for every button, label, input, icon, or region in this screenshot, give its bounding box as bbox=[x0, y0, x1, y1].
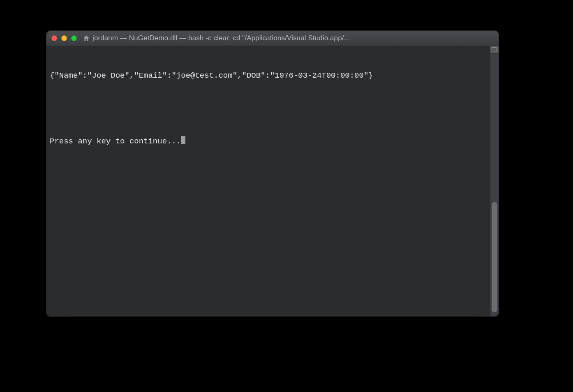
output-line: {"Name":"Joe Doe","Email":"joe@test.com"… bbox=[50, 70, 487, 81]
traffic-lights bbox=[51, 35, 77, 41]
home-icon bbox=[83, 35, 90, 42]
blank-line bbox=[50, 103, 487, 114]
prompt-text: Press any key to continue... bbox=[50, 137, 181, 146]
scrollbar[interactable] bbox=[490, 46, 499, 316]
scroll-corner-icon bbox=[490, 46, 499, 53]
prompt-line: Press any key to continue... bbox=[50, 136, 487, 147]
minimize-icon[interactable] bbox=[61, 35, 67, 41]
window-title: jordanm — NuGetDemo.dll — bash -c clear;… bbox=[92, 34, 494, 42]
terminal-window: jordanm — NuGetDemo.dll — bash -c clear;… bbox=[46, 31, 499, 316]
titlebar[interactable]: jordanm — NuGetDemo.dll — bash -c clear;… bbox=[46, 31, 499, 46]
content-wrap: {"Name":"Joe Doe","Email":"joe@test.com"… bbox=[46, 46, 499, 316]
cursor-icon bbox=[181, 136, 185, 144]
zoom-icon[interactable] bbox=[71, 35, 77, 41]
close-icon[interactable] bbox=[51, 35, 57, 41]
terminal-output-area[interactable]: {"Name":"Joe Doe","Email":"joe@test.com"… bbox=[46, 46, 490, 316]
scroll-thumb[interactable] bbox=[492, 202, 497, 312]
